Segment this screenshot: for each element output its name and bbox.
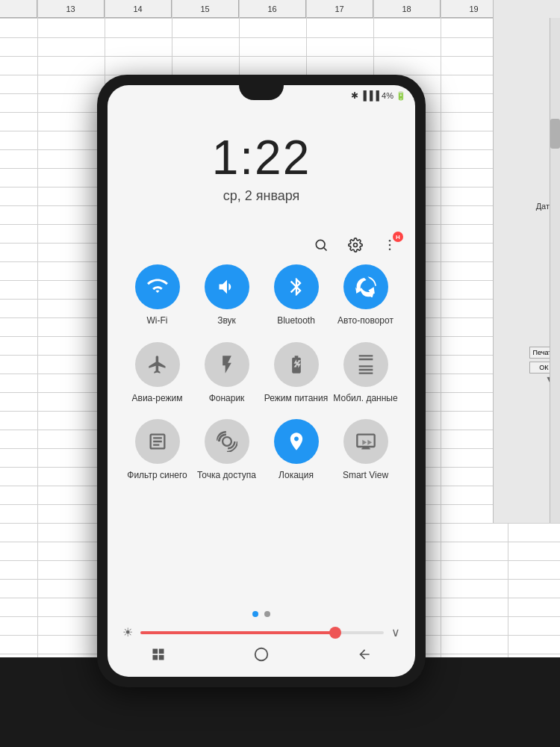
qs-flashlight[interactable]: Фонарик xyxy=(193,342,261,405)
qs-wifi[interactable]: Wi-Fi xyxy=(124,264,191,327)
grid-line-v xyxy=(441,0,441,747)
grid-line xyxy=(0,56,560,57)
col-header-15: 15 xyxy=(172,0,239,18)
scrollbar-thumb[interactable] xyxy=(550,119,560,149)
svg-rect-9 xyxy=(159,655,164,660)
qs-airplane[interactable]: Авиа-режим xyxy=(124,342,191,405)
autorotate-label: Авто-поворот xyxy=(337,315,393,327)
bluetooth-status-icon: ✱ xyxy=(351,90,358,101)
action-icons-row: H xyxy=(311,235,400,255)
battery-saver-icon-circle xyxy=(274,342,319,387)
battery-icon: 🔋 xyxy=(396,91,406,101)
qs-hotspot[interactable]: Точка доступа xyxy=(193,419,261,482)
mobile-data-icon-circle xyxy=(343,342,388,387)
nav-back-button[interactable] xyxy=(357,647,372,666)
qs-location[interactable]: Локация xyxy=(263,419,330,482)
qs-autorotate[interactable]: Авто-поворот xyxy=(332,264,399,327)
svg-point-0 xyxy=(316,240,325,249)
brightness-slider-row: ☀ ∨ xyxy=(122,625,400,639)
sound-label: Звук xyxy=(217,315,236,327)
svg-rect-7 xyxy=(159,649,164,654)
battery-text: 4% xyxy=(382,91,393,100)
page-dot-1 xyxy=(252,611,258,617)
svg-point-3 xyxy=(389,240,391,242)
location-icon-circle xyxy=(274,419,319,464)
flashlight-label: Фонарик xyxy=(209,393,245,405)
sound-icon-circle xyxy=(205,264,249,309)
battery-saver-label: Режим питания xyxy=(264,393,328,405)
svg-rect-8 xyxy=(153,655,158,660)
svg-point-5 xyxy=(389,249,391,251)
col-header-17: 17 xyxy=(306,0,373,18)
smart-view-icon-circle xyxy=(343,419,388,464)
grid-line xyxy=(0,18,560,19)
smart-view-label: Smart View xyxy=(343,470,388,482)
status-icons: ✱ ▐▐▐ 4% 🔋 xyxy=(351,90,406,101)
col-header-16: 16 xyxy=(239,0,306,18)
svg-rect-6 xyxy=(153,649,158,654)
brightness-fill xyxy=(140,631,335,634)
search-icon[interactable] xyxy=(311,235,332,255)
page-indicators xyxy=(108,611,415,617)
qs-sound[interactable]: Звук xyxy=(193,264,261,327)
clock-time: 1:22 xyxy=(108,130,415,185)
bluetooth-label: Bluetooth xyxy=(277,315,315,327)
svg-line-1 xyxy=(324,248,327,251)
phone-device: ✱ ▐▐▐ 4% 🔋 1:22 ср, 2 января xyxy=(97,75,426,687)
svg-point-2 xyxy=(354,244,358,247)
nav-home-button[interactable] xyxy=(253,646,270,666)
bluetooth-icon-circle xyxy=(274,264,319,309)
wifi-icon-circle xyxy=(135,264,180,309)
col-header-14: 14 xyxy=(105,0,172,18)
navigation-bar xyxy=(108,643,415,669)
flashlight-icon-circle xyxy=(205,342,249,387)
brightness-icon: ☀ xyxy=(122,625,133,639)
grid-line-v xyxy=(37,0,38,747)
clock-area: 1:22 ср, 2 января xyxy=(108,130,415,204)
blue-filter-icon-circle xyxy=(135,419,180,464)
autorotate-icon-circle xyxy=(343,264,388,309)
signal-icon: ▐▐▐ xyxy=(361,90,380,101)
col-header-row xyxy=(0,0,37,18)
quick-settings-panel: Wi-Fi Звук Bluetoo xyxy=(108,264,415,497)
qs-smart-view[interactable]: Smart View xyxy=(332,419,399,482)
mobile-data-label: Мобил. данные xyxy=(333,393,397,405)
brightness-thumb[interactable] xyxy=(329,627,341,639)
quick-settings-row-1: Wi-Fi Звук Bluetoo xyxy=(122,264,400,327)
qs-bluetooth[interactable]: Bluetooth xyxy=(263,264,330,327)
hotspot-icon-circle xyxy=(205,419,249,464)
wifi-label: Wi-Fi xyxy=(147,315,168,327)
brightness-chevron-icon[interactable]: ∨ xyxy=(391,625,400,639)
location-label: Локация xyxy=(279,470,314,482)
brightness-track[interactable] xyxy=(140,631,384,634)
svg-point-10 xyxy=(255,648,268,661)
more-icon[interactable]: H xyxy=(379,235,400,255)
phone-screen: ✱ ▐▐▐ 4% 🔋 1:22 ср, 2 января xyxy=(108,85,415,677)
qs-blue-filter[interactable]: Фильтр синего xyxy=(124,419,191,482)
airplane-label: Авиа-режим xyxy=(132,393,183,405)
scrollbar[interactable] xyxy=(550,18,560,523)
blue-filter-label: Фильтр синего xyxy=(127,470,187,482)
col-header-13: 13 xyxy=(37,0,105,18)
hotspot-label: Точка доступа xyxy=(197,470,256,482)
quick-settings-row-2: Авиа-режим Фонарик xyxy=(122,342,400,405)
quick-settings-row-3: Фильтр синего Точка доступа xyxy=(122,419,400,482)
clock-date: ср, 2 января xyxy=(108,188,415,204)
grid-line xyxy=(0,37,560,38)
spreadsheet-right-panel: Дата ▼ ▶ Печать ОК xyxy=(493,0,560,523)
notification-badge: H xyxy=(393,232,403,242)
settings-icon[interactable] xyxy=(345,235,366,255)
qs-battery-saver[interactable]: Режим питания xyxy=(263,342,330,405)
nav-recent-button[interactable] xyxy=(151,647,166,666)
airplane-icon-circle xyxy=(135,342,180,387)
col-header-18: 18 xyxy=(373,0,441,18)
qs-mobile-data[interactable]: Мобил. данные xyxy=(332,342,399,405)
svg-point-4 xyxy=(389,244,391,247)
page-dot-2 xyxy=(264,611,270,617)
